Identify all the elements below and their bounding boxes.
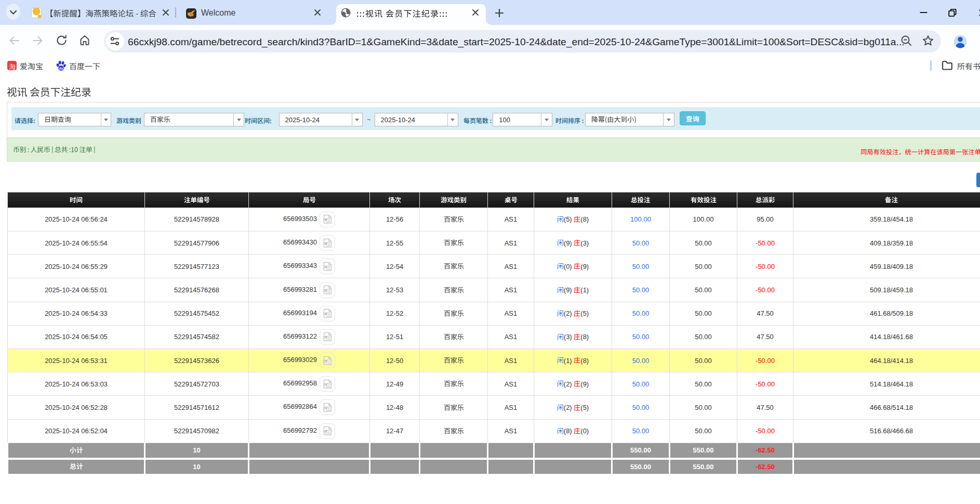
- svg-text:du: du: [59, 67, 63, 70]
